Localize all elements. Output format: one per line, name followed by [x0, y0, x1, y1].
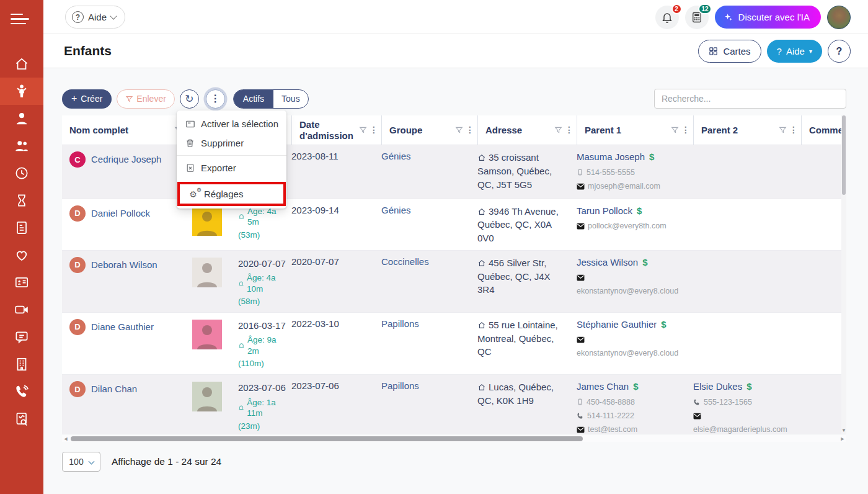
address-cell: 35 croissant Samson, Québec, QC, J5T 5G5 [477, 145, 577, 199]
scrollbar-thumb[interactable] [842, 115, 846, 195]
admission-date: 2023-09-14 [291, 199, 381, 250]
parent-name-link[interactable]: Tarun Pollock [577, 205, 632, 216]
scroll-down-arrow[interactable]: ▼ [841, 428, 846, 433]
filter-tous-tab[interactable]: Tous [273, 90, 308, 108]
parent-name-link[interactable]: Jessica Wilson [577, 257, 638, 267]
billing-inbox-button[interactable]: 12 [685, 6, 709, 29]
page-help-label: Aide [786, 46, 805, 56]
sidebar-item-billing[interactable] [0, 214, 43, 241]
heart-icon [14, 247, 30, 263]
billing-dollar-icon[interactable]: $ [642, 257, 647, 267]
mobile-icon [577, 168, 583, 180]
menu-toggle-button[interactable] [11, 12, 33, 29]
column-menu-icon[interactable]: ⋮ [789, 125, 798, 135]
column-menu-icon[interactable]: ⋮ [370, 125, 378, 135]
scroll-right-arrow[interactable]: ► [839, 436, 846, 442]
sidebar-item-daycare[interactable] [0, 351, 43, 378]
column-menu-icon[interactable]: ⋮ [565, 125, 574, 135]
child-name-link[interactable]: Daniel Pollock [91, 208, 150, 218]
sidebar-item-contacts[interactable] [0, 269, 43, 296]
contact-line: 450-458-8888 [577, 396, 688, 410]
child-initial-avatar: C [69, 151, 86, 168]
group-link[interactable]: Génies [381, 151, 411, 161]
page-size-select[interactable]: 100 [62, 452, 100, 472]
filter-icon[interactable] [670, 125, 680, 135]
topbar: ? Aide 2 12 Discuter avec l'IA [43, 0, 868, 34]
menu-item-activate-selection[interactable]: Activer la sélection [177, 114, 286, 133]
billing-dollar-icon[interactable]: $ [633, 381, 638, 392]
filter-icon[interactable] [554, 125, 563, 135]
group-link[interactable]: Coccinelles [381, 256, 429, 267]
sidebar-item-health[interactable] [0, 241, 43, 269]
refresh-button[interactable]: ↻ [180, 89, 199, 109]
filter-icon[interactable] [778, 125, 787, 135]
sidebar-item-reports[interactable] [0, 405, 43, 433]
billing-dollar-icon[interactable]: $ [649, 151, 654, 162]
chat-ai-button[interactable]: Discuter avec l'IA [715, 6, 821, 29]
billing-dollar-icon[interactable]: $ [661, 319, 666, 330]
notifications-button[interactable]: 2 [655, 6, 679, 29]
vertical-scrollbar[interactable]: ▼ [841, 115, 846, 434]
sidebar-item-waitlist[interactable] [0, 187, 43, 214]
child-photo[interactable] [192, 320, 222, 349]
id-card-icon [14, 274, 30, 290]
column-header-parent1[interactable]: Parent 1 ⋮ [577, 115, 693, 145]
column-header-admission[interactable]: Date d'admission ⋮ [291, 115, 381, 145]
page-help-button[interactable]: ? Aide ▾ [767, 40, 822, 63]
parent-name-link[interactable]: Stéphanie Gauthier [577, 319, 657, 330]
filter-icon[interactable] [454, 125, 464, 135]
help-q-glyph: ? [777, 46, 782, 56]
contact-line: pollock@every8th.com [577, 220, 688, 233]
search-input[interactable] [654, 89, 846, 109]
filter-actifs-tab[interactable]: Actifs [234, 90, 273, 108]
remove-button[interactable]: Enlever [117, 89, 174, 109]
create-button[interactable]: +Créer [62, 89, 112, 109]
scroll-left-arrow[interactable]: ◄ [62, 436, 69, 442]
group-link[interactable]: Papillons [381, 318, 419, 329]
sidebar-item-children[interactable] [0, 78, 43, 105]
group-link[interactable]: Génies [381, 205, 411, 215]
parent-name-link[interactable]: Elsie Dukes [693, 381, 742, 392]
child-photo[interactable] [192, 206, 222, 236]
sidebar-item-messages[interactable] [0, 323, 43, 351]
parent-name-link[interactable]: Masuma Joseph [577, 151, 645, 162]
column-header-parent2[interactable]: Parent 2 ⋮ [693, 115, 801, 145]
column-header-comments[interactable]: Commenta [801, 115, 846, 145]
column-menu-icon[interactable]: ⋮ [466, 125, 474, 135]
child-photo[interactable] [192, 258, 222, 287]
column-header-name[interactable]: Nom complet [62, 115, 186, 145]
billing-dollar-icon[interactable]: $ [746, 381, 751, 392]
parent-name-link[interactable]: James Chan [577, 381, 629, 392]
child-name-link[interactable]: Dilan Chan [91, 384, 137, 394]
sidebar-item-staff[interactable] [0, 105, 43, 132]
child-photo[interactable] [192, 382, 222, 411]
menu-item-export[interactable]: Exporter [177, 158, 286, 177]
cards-view-button[interactable]: Cartes [698, 40, 761, 63]
sidebar-item-home[interactable] [0, 50, 43, 78]
menu-item-settings[interactable]: ⚙⚙ Réglages [180, 184, 283, 204]
table-row[interactable]: D Diane Gauthier 2016-03-17 Âge: 9a 2m (… [62, 313, 846, 375]
column-menu-icon[interactable]: ⋮ [681, 125, 690, 135]
sidebar-item-cameras[interactable] [0, 296, 43, 323]
sidebar-item-calls[interactable] [0, 378, 43, 405]
group-link[interactable]: Papillons [381, 380, 419, 391]
video-camera-icon [14, 302, 30, 318]
table-row[interactable]: D Deborah Wilson 2020-07-07 Âge: 4a 10m … [62, 251, 846, 313]
scrollbar-thumb[interactable] [71, 436, 583, 441]
help-circle-button[interactable]: ? [828, 40, 851, 63]
child-name-link[interactable]: Cedrique Joseph [91, 154, 161, 164]
child-name-link[interactable]: Diane Gauthier [91, 321, 154, 332]
column-header-address[interactable]: Adresse ⋮ [477, 115, 577, 145]
more-actions-button[interactable]: ⋮ [206, 89, 225, 109]
billing-dollar-icon[interactable]: $ [637, 205, 642, 216]
topbar-help-button[interactable]: ? Aide [65, 6, 125, 29]
child-name-link[interactable]: Deborah Wilson [91, 259, 157, 270]
menu-item-delete[interactable]: Supprimer [177, 133, 286, 153]
user-avatar[interactable] [827, 6, 851, 29]
horizontal-scrollbar[interactable]: ◄ ► [62, 435, 846, 442]
table-row[interactable]: D Dilan Chan 2023-07-06 Âge: 1a 11m (23m… [62, 375, 846, 434]
sidebar-item-attendance[interactable] [0, 159, 43, 187]
filter-icon[interactable] [358, 125, 368, 135]
column-header-group[interactable]: Groupe ⋮ [381, 115, 477, 145]
sidebar-item-families[interactable] [0, 132, 43, 159]
